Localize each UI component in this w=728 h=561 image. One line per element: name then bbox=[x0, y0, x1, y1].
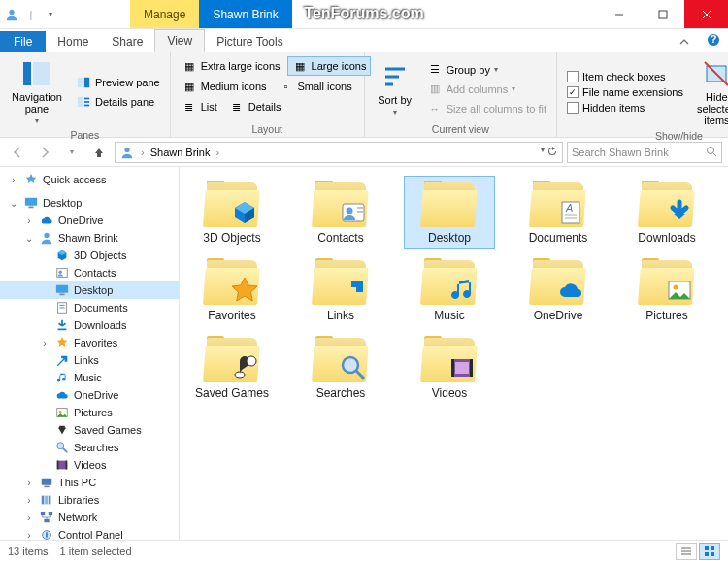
details-view-toggle[interactable] bbox=[676, 543, 697, 560]
breadcrumb-item[interactable]: Shawn Brink bbox=[150, 147, 211, 158]
file-item-pictures[interactable]: Pictures bbox=[622, 254, 711, 326]
size-columns-button[interactable]: ↔Size all columns to fit bbox=[423, 100, 550, 117]
sort-by-button[interactable]: Sort by ▾ bbox=[371, 56, 419, 121]
tree-quick-access[interactable]: ›Quick access bbox=[0, 171, 179, 188]
qat-dropdown-icon[interactable]: ▾ bbox=[43, 7, 58, 22]
help-button[interactable]: ? bbox=[699, 29, 728, 52]
tree-twisty[interactable]: ⌄ bbox=[8, 198, 19, 209]
file-item-documents[interactable]: ADocuments bbox=[513, 177, 603, 248]
file-item-saved-games[interactable]: Saved Games bbox=[187, 332, 277, 404]
file-item-links[interactable]: Links bbox=[296, 254, 385, 326]
tree-pictures[interactable]: Pictures bbox=[0, 404, 179, 421]
add-columns-button[interactable]: ▥Add columns ▾ bbox=[423, 81, 550, 98]
share-tab[interactable]: Share bbox=[100, 31, 154, 52]
group-by-button[interactable]: ☰Group by ▾ bbox=[423, 61, 550, 79]
extra-large-icons-option[interactable]: ▦Extra large icons bbox=[177, 56, 285, 76]
details-pane-button[interactable]: Details pane bbox=[72, 93, 164, 111]
navigation-pane-button[interactable]: Navigation pane ▾ bbox=[6, 56, 68, 127]
file-item-videos[interactable]: Videos bbox=[405, 332, 494, 404]
list-option[interactable]: ≣List bbox=[177, 97, 222, 116]
file-item-3d-objects[interactable]: 3D Objects bbox=[187, 177, 277, 248]
svg-point-36 bbox=[59, 411, 62, 413]
tree-videos[interactable]: Videos bbox=[0, 456, 179, 474]
forward-button[interactable] bbox=[33, 141, 56, 164]
current-view-group: Sort by ▾ ☰Group by ▾ ▥Add columns ▾ ↔Si… bbox=[365, 52, 557, 137]
address-dropdown-button[interactable]: ▾ bbox=[541, 146, 545, 159]
collapse-ribbon-button[interactable] bbox=[670, 33, 699, 52]
file-item-music[interactable]: Music bbox=[405, 254, 494, 326]
tree-this-pc[interactable]: ›This PC bbox=[0, 474, 179, 491]
tree-favorites[interactable]: ›Favorites bbox=[0, 334, 179, 351]
item-check-boxes-toggle[interactable]: Item check boxes bbox=[563, 70, 687, 83]
file-list[interactable]: 3D ObjectsContactsDesktopADocumentsDownl… bbox=[180, 167, 728, 540]
tree-twisty[interactable]: › bbox=[39, 338, 50, 348]
tree-3d-objects[interactable]: 3D Objects bbox=[0, 247, 179, 264]
file-item-favorites[interactable]: Favorites bbox=[187, 254, 277, 326]
breadcrumb-separator[interactable]: › bbox=[139, 147, 147, 158]
recent-locations-button[interactable]: ▾ bbox=[60, 141, 83, 164]
tree-documents[interactable]: Documents bbox=[0, 299, 179, 316]
hide-selected-button[interactable]: Hide selected items bbox=[691, 56, 728, 128]
file-item-downloads[interactable]: Downloads bbox=[622, 177, 711, 248]
file-item-onedrive[interactable]: OneDrive bbox=[513, 254, 603, 326]
tree-music[interactable]: Music bbox=[0, 369, 179, 386]
maximize-button[interactable] bbox=[641, 0, 684, 28]
details-option[interactable]: ≣Details bbox=[224, 97, 286, 116]
tree-item-icon bbox=[54, 387, 70, 403]
preview-pane-button[interactable]: Preview pane bbox=[72, 74, 164, 91]
close-button[interactable] bbox=[684, 0, 728, 28]
refresh-button[interactable] bbox=[546, 146, 558, 159]
svg-point-37 bbox=[57, 443, 64, 449]
tree-item-icon bbox=[39, 213, 54, 228]
address-bar[interactable]: › Shawn Brink › ▾ bbox=[115, 142, 563, 163]
tree-desktop[interactable]: ⌄Desktop bbox=[0, 194, 179, 212]
tree-twisty[interactable]: › bbox=[8, 175, 19, 185]
large-icons-option[interactable]: ▦Large icons bbox=[287, 56, 372, 76]
tree-downloads[interactable]: Downloads bbox=[0, 316, 179, 334]
small-icons-option[interactable]: ▫Small icons bbox=[274, 77, 357, 96]
back-button[interactable] bbox=[6, 141, 29, 164]
breadcrumb-separator[interactable]: › bbox=[214, 147, 221, 158]
tree-item-label: 3D Objects bbox=[74, 249, 126, 261]
title-bar: | ▾ Manage Shawn Brink TenForums.com bbox=[0, 0, 728, 29]
tree-desktop[interactable]: Desktop bbox=[0, 281, 179, 299]
tree-onedrive[interactable]: OneDrive bbox=[0, 386, 179, 404]
file-item-searches[interactable]: Searches bbox=[296, 332, 385, 404]
tree-twisty[interactable]: ⌄ bbox=[23, 233, 35, 244]
tree-twisty[interactable]: › bbox=[23, 478, 35, 488]
large-icons-view-toggle[interactable] bbox=[699, 543, 720, 560]
home-tab[interactable]: Home bbox=[46, 31, 100, 52]
tree-user[interactable]: ⌄Shawn Brink bbox=[0, 229, 179, 247]
minimize-button[interactable] bbox=[597, 0, 641, 28]
up-button[interactable] bbox=[87, 141, 111, 164]
medium-icons-option[interactable]: ▦Medium icons bbox=[177, 77, 272, 96]
tree-onedrive[interactable]: ›OneDrive bbox=[0, 212, 179, 229]
svg-rect-47 bbox=[41, 512, 45, 516]
hidden-items-toggle[interactable]: Hidden items bbox=[563, 101, 687, 115]
tree-twisty[interactable]: › bbox=[23, 495, 35, 506]
file-item-contacts[interactable]: Contacts bbox=[296, 177, 385, 248]
ribbon-tabs: File Home Share View Picture Tools ? bbox=[0, 29, 728, 52]
search-box[interactable]: Search Shawn Brink bbox=[567, 142, 722, 163]
tree-twisty[interactable]: › bbox=[23, 512, 35, 523]
tree-libraries[interactable]: ›Libraries bbox=[0, 491, 179, 509]
tree-item-label: OneDrive bbox=[58, 214, 103, 226]
tree-control-panel[interactable]: ›Control Panel bbox=[0, 526, 179, 540]
file-extensions-toggle[interactable]: ✓File name extensions bbox=[563, 85, 687, 99]
file-item-desktop[interactable]: Desktop bbox=[405, 177, 494, 248]
tree-twisty[interactable]: › bbox=[23, 530, 35, 541]
view-tab[interactable]: View bbox=[154, 29, 205, 52]
picture-tools-tab[interactable]: Picture Tools bbox=[205, 31, 294, 52]
tree-links[interactable]: Links bbox=[0, 351, 179, 369]
svg-point-22 bbox=[124, 147, 129, 151]
tree-saved-games[interactable]: Saved Games bbox=[0, 421, 179, 439]
cube-overlay-icon bbox=[230, 198, 259, 227]
tree-searches[interactable]: Searches bbox=[0, 439, 179, 456]
manage-context-tab[interactable]: Manage bbox=[130, 0, 199, 28]
tree-twisty[interactable]: › bbox=[23, 215, 35, 226]
tree-network[interactable]: ›Network bbox=[0, 509, 179, 526]
folder-icon bbox=[420, 181, 479, 229]
tree-item-icon bbox=[39, 492, 54, 508]
tree-contacts[interactable]: Contacts bbox=[0, 264, 179, 281]
file-tab[interactable]: File bbox=[0, 31, 46, 52]
